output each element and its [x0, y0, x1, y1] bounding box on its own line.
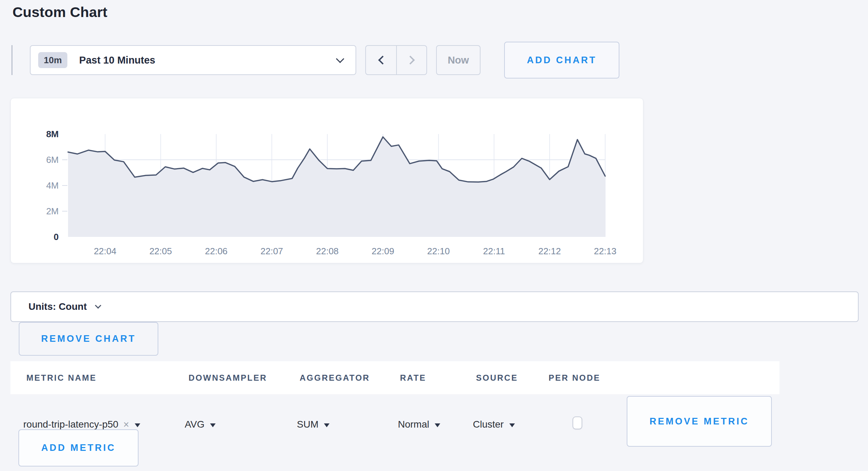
column-header-per-node: PER NODE	[549, 361, 600, 394]
svg-text:22:09: 22:09	[372, 246, 394, 256]
svg-text:0: 0	[54, 232, 59, 242]
remove-metric-button[interactable]: REMOVE METRIC	[627, 396, 772, 447]
time-range-badge: 10m	[38, 52, 67, 68]
svg-text:22:12: 22:12	[538, 246, 561, 256]
controls-accent-bar	[11, 45, 12, 75]
time-range-label: Past 10 Minutes	[79, 55, 155, 66]
rate-dropdown[interactable]: Normal	[398, 415, 440, 433]
metric-name-value: round-trip-latency-p50	[23, 419, 118, 430]
svg-text:22:08: 22:08	[316, 246, 339, 256]
svg-text:22:10: 22:10	[427, 246, 450, 256]
previous-interval-button[interactable]	[366, 46, 396, 74]
chevron-down-icon	[95, 302, 101, 308]
aggregator-value: SUM	[297, 419, 318, 430]
metrics-table-header: METRIC NAME DOWNSAMPLER AGGREGATOR RATE …	[10, 361, 779, 394]
remove-chip-x-icon[interactable]: ×	[123, 419, 129, 430]
page-title: Custom Chart	[12, 4, 107, 20]
now-button[interactable]: Now	[436, 45, 481, 75]
caret-down-icon	[509, 423, 515, 427]
remove-chart-button[interactable]: REMOVE CHART	[19, 322, 158, 356]
caret-down-icon	[135, 423, 140, 427]
source-value: Cluster	[473, 419, 504, 430]
custom-chart-page: { "page": { "title": "Custom Chart" }, "…	[0, 0, 868, 471]
time-range-dropdown[interactable]: 10m Past 10 Minutes	[30, 45, 356, 75]
column-header-downsampler: DOWNSAMPLER	[189, 361, 267, 394]
chart-plot-area[interactable]	[68, 134, 605, 237]
svg-text:22:04: 22:04	[94, 246, 116, 256]
column-header-aggregator: AGGREGATOR	[300, 361, 370, 394]
downsampler-dropdown[interactable]: AVG	[185, 415, 216, 433]
column-header-metric-name: METRIC NAME	[26, 361, 97, 394]
units-label: Units: Count	[28, 301, 87, 312]
rate-value: Normal	[398, 419, 429, 430]
per-node-checkbox[interactable]	[573, 416, 582, 429]
svg-text:22:05: 22:05	[149, 246, 172, 256]
chevron-left-icon	[378, 56, 387, 64]
chevron-right-icon	[406, 56, 415, 64]
column-header-source: SOURCE	[476, 361, 518, 394]
svg-text:6M: 6M	[46, 155, 59, 165]
next-interval-button[interactable]	[396, 46, 426, 74]
add-chart-button[interactable]: ADD CHART	[504, 42, 619, 78]
svg-text:22:11: 22:11	[483, 246, 505, 256]
column-header-rate: RATE	[400, 361, 426, 394]
caret-down-icon	[435, 423, 440, 427]
aggregator-dropdown[interactable]: SUM	[297, 415, 329, 433]
svg-text:22:06: 22:06	[205, 246, 227, 256]
downsampler-value: AVG	[185, 419, 205, 430]
caret-down-icon	[324, 423, 329, 427]
chevron-down-icon	[336, 55, 344, 63]
svg-text:4M: 4M	[46, 180, 59, 191]
svg-text:8M: 8M	[46, 129, 59, 139]
caret-down-icon	[210, 423, 216, 427]
units-dropdown[interactable]: Units: Count	[10, 291, 859, 322]
svg-text:2M: 2M	[46, 206, 59, 216]
svg-text:22:07: 22:07	[260, 246, 283, 256]
source-dropdown[interactable]: Cluster	[473, 415, 515, 433]
add-metric-button[interactable]: ADD METRIC	[18, 429, 139, 466]
time-step-buttons	[365, 45, 427, 75]
svg-text:22:13: 22:13	[594, 246, 616, 256]
